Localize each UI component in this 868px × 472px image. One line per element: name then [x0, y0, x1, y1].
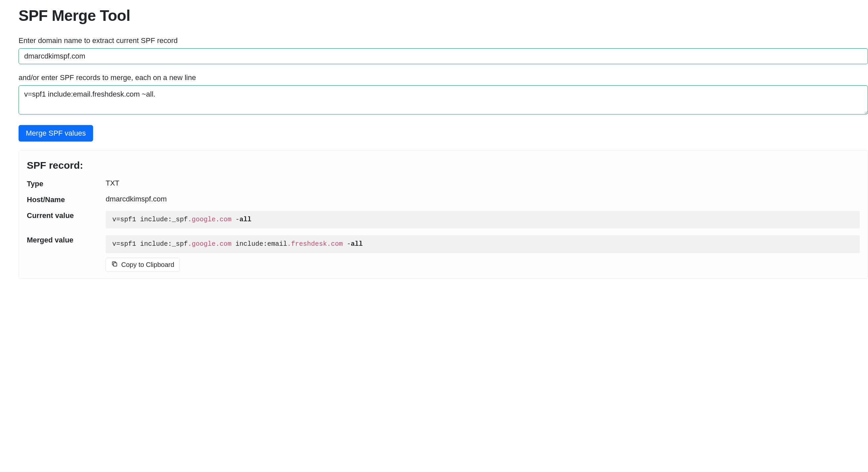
copy-button-label: Copy to Clipboard	[121, 261, 174, 269]
result-heading: SPF record:	[27, 160, 860, 171]
merged-value-label: Merged value	[27, 235, 106, 244]
spf-records-textarea[interactable]	[19, 85, 868, 114]
svg-rect-0	[114, 263, 117, 266]
merged-value-code: v=spf1 include:_spf.google.com include:e…	[106, 235, 860, 253]
type-label: Type	[27, 179, 106, 188]
host-value: dmarcdkimspf.com	[106, 195, 860, 203]
merge-spf-button[interactable]: Merge SPF values	[19, 125, 93, 142]
records-label: and/or enter SPF records to merge, each …	[19, 73, 868, 82]
copy-icon	[111, 261, 118, 269]
type-value: TXT	[106, 179, 860, 188]
domain-input[interactable]	[19, 48, 868, 64]
host-label: Host/Name	[27, 195, 106, 204]
page-title: SPF Merge Tool	[19, 7, 868, 25]
copy-to-clipboard-button[interactable]: Copy to Clipboard	[106, 258, 180, 272]
current-value-label: Current value	[27, 211, 106, 220]
result-card: SPF record: Type TXT Host/Name dmarcdkim…	[19, 150, 868, 279]
current-value-code: v=spf1 include:_spf.google.com -all	[106, 211, 860, 229]
domain-label: Enter domain name to extract current SPF…	[19, 36, 868, 45]
